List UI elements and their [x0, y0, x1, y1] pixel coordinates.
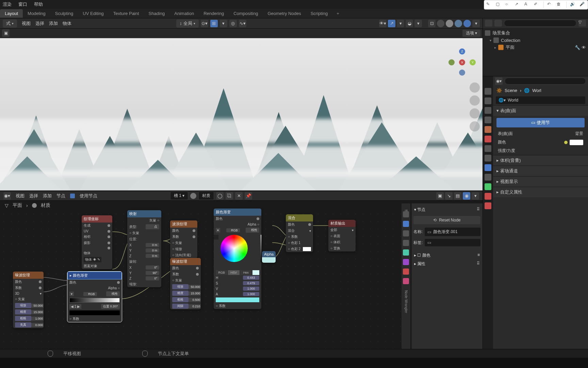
tab-geometry-nodes[interactable]: Geometry Nodes: [263, 9, 306, 18]
props-search[interactable]: [505, 78, 586, 85]
nw-tool-3[interactable]: [403, 230, 409, 236]
tab-sculpting[interactable]: Sculpting: [50, 9, 78, 18]
tab-rendering[interactable]: Rendering: [199, 9, 229, 18]
shader-node-editor[interactable]: ◉▾ 视图 选择 添加 节点 使用节点 槽 1 ▾ 材质 ◯ ⿻ ✕ 📌 ▣: [0, 190, 483, 349]
prop-tab-object[interactable]: [485, 136, 491, 142]
node-noise-texture-1[interactable]: 噪波纹理 颜色 系数 3D▾ ○ 矢量 缩放50.000 精度15.000 粗糙…: [13, 272, 44, 328]
node-backdrop-toggle[interactable]: ◉: [463, 192, 470, 200]
prop-tab-physics[interactable]: [485, 164, 491, 171]
viewport-options-dropdown[interactable]: 选项 ▾: [462, 30, 480, 37]
node-tag-field[interactable]: ▭: [425, 239, 480, 246]
transform-orientation[interactable]: ↕ 全局 ▾: [176, 19, 199, 28]
shading-material[interactable]: [455, 20, 462, 27]
tab-texture-paint[interactable]: Texture Paint: [109, 9, 144, 18]
proportional-dropdown[interactable]: ∿▾: [239, 20, 246, 27]
mic-icon[interactable]: 🎤: [579, 2, 586, 8]
prop-tab-particles[interactable]: [485, 155, 491, 162]
material-browse-icon[interactable]: ◯: [216, 192, 224, 200]
outliner-search[interactable]: [504, 20, 576, 27]
prop-tab-scene[interactable]: [485, 117, 491, 123]
node-alpha[interactable]: Alpha: [262, 251, 276, 263]
panel-grip-icon[interactable]: ⠿: [477, 261, 480, 267]
section-mist[interactable]: ▸ 雾场通道: [493, 166, 588, 176]
editor-type-dropdown[interactable]: ◉▾: [3, 192, 11, 200]
material-unlink-icon[interactable]: ✕: [235, 192, 243, 200]
overlay-dropdown[interactable]: ▾: [414, 20, 422, 27]
text-icon[interactable]: A: [524, 2, 530, 8]
tab-layout[interactable]: Layout: [0, 9, 23, 18]
nw-tool-8[interactable]: [403, 278, 409, 284]
prop-tab-output[interactable]: [485, 97, 491, 104]
node-menu-view[interactable]: 视图: [16, 193, 24, 199]
node-color-ramp-active[interactable]: 颜色渐变 颜色 Alpha ○ ▾RGB线性 RGBHSVHex H0.483 …: [214, 209, 261, 309]
undo-icon[interactable]: ↶: [547, 2, 553, 8]
pin-icon[interactable]: 📌: [245, 192, 252, 200]
prop-tab-constraints[interactable]: [485, 174, 491, 181]
section-volume[interactable]: ▸ 体积(音量): [493, 155, 588, 166]
use-nodes-button[interactable]: ▭ 使用节: [496, 118, 585, 127]
navigation-gizmo[interactable]: Z X Y: [448, 48, 476, 76]
proportional-toggle[interactable]: ◎: [229, 20, 237, 27]
node-menu-node[interactable]: 节点: [56, 193, 65, 199]
use-nodes-checkbox[interactable]: [70, 194, 75, 198]
nw-tool-5[interactable]: [403, 249, 409, 256]
panel-grip-icon[interactable]: ⠿: [477, 207, 480, 213]
node-menu-add[interactable]: 添加: [43, 193, 52, 199]
zoom-icon[interactable]: [470, 82, 480, 93]
gizmo-dropdown[interactable]: ▾: [397, 20, 404, 27]
node-mapping[interactable]: 映射 矢量 ○ 类型:点 ○ 矢量 位置: X0 m Y0 m Z0 m 旋转:…: [127, 210, 161, 287]
outliner-display-dropdown[interactable]: [494, 20, 502, 27]
tab-scripting[interactable]: Scripting: [306, 9, 333, 18]
viewport-menu-select[interactable]: 选择: [35, 20, 44, 27]
viewport-menu-view[interactable]: 视图: [22, 20, 31, 27]
tab-shading[interactable]: Shading: [144, 9, 170, 18]
prop-tab-render[interactable]: [485, 88, 491, 95]
snap-dropdown[interactable]: ▾: [220, 20, 227, 27]
prop-tab-viewlayer[interactable]: [485, 107, 491, 114]
select-box-icon[interactable]: ▣: [2, 29, 10, 37]
shading-rendered[interactable]: [463, 20, 471, 27]
circle-icon[interactable]: ○: [505, 2, 511, 8]
node-wave-texture[interactable]: 波浪纹理 颜色 系数 ○ 矢量 ○ 缩放 ○ 法向(常规): [170, 220, 197, 258]
nw-tool-6[interactable]: [403, 259, 409, 265]
arrow-icon[interactable]: ↗: [515, 2, 521, 8]
viewport-menu-add[interactable]: 添加: [49, 20, 58, 27]
prop-tab-data[interactable]: [485, 183, 491, 190]
nw-tool-2[interactable]: [403, 221, 409, 227]
tool-tab-item[interactable]: 项 护: [404, 207, 408, 208]
pan-icon[interactable]: [470, 95, 480, 106]
prop-tab-texture[interactable]: [485, 202, 491, 209]
prop-tab-modifier[interactable]: [485, 145, 491, 152]
xray-toggle[interactable]: ⊡: [428, 20, 436, 27]
menu-render[interactable]: 渲染: [3, 1, 12, 7]
material-name-field[interactable]: 材质: [198, 191, 214, 200]
pencil-icon[interactable]: ✎: [486, 2, 492, 8]
node-menu-select[interactable]: 选择: [29, 193, 38, 199]
tab-uv[interactable]: UV Editing: [78, 9, 108, 18]
nw-tool-4[interactable]: [403, 240, 409, 246]
perspective-icon[interactable]: [470, 121, 480, 132]
eye-icon[interactable]: 👁: [582, 45, 586, 50]
shading-solid[interactable]: [446, 20, 453, 27]
material-slot-dropdown[interactable]: 槽 1 ▾: [170, 191, 188, 200]
add-workspace-button[interactable]: +: [332, 11, 343, 16]
prop-tab-world[interactable]: [485, 126, 491, 133]
tab-compositing[interactable]: Compositing: [229, 9, 263, 18]
shading-dropdown[interactable]: ▾: [472, 20, 480, 27]
menu-help[interactable]: 帮助: [34, 1, 43, 7]
reset-node-button[interactable]: ⟲ Reset Node: [413, 216, 480, 224]
overlay-toggle[interactable]: ◒: [406, 20, 413, 27]
section-custom-props[interactable]: ▸ 自定义属性: [493, 187, 588, 197]
system-overlay-toolbar[interactable]: ✎ ▢ ○ ↗ A ✐ ↶ 🗑 🔊 🎤: [484, 0, 588, 10]
material-copy-icon[interactable]: ⿻: [226, 192, 233, 200]
pivot-dropdown[interactable]: ⊙▾: [201, 20, 208, 27]
node-texture-coordinate[interactable]: 纹理坐标 生成 UV 相邻 摄影 物体 物体 ◈ ✎ 图案对象: [82, 215, 112, 269]
wrench-icon[interactable]: 🔧: [575, 45, 580, 50]
camera-icon[interactable]: [470, 108, 480, 119]
node-noise-texture-2[interactable]: 噪波纹理 颜色 系数 ○ 矢量 缩放50.000 精度15.000 粗糙0.50…: [170, 258, 201, 309]
nw-tool-1[interactable]: [403, 211, 409, 217]
visibility-dropdown[interactable]: 👁▾: [379, 20, 387, 27]
menu-window[interactable]: 窗口: [18, 1, 27, 7]
node-color-ramp-1[interactable]: ▸ 颜色渐变 颜色 Alpha ○ ▾RGB线性 ◀ 1 ▶位置 0.207 ○…: [67, 272, 122, 322]
snap-toggle[interactable]: ⊞: [210, 20, 218, 27]
